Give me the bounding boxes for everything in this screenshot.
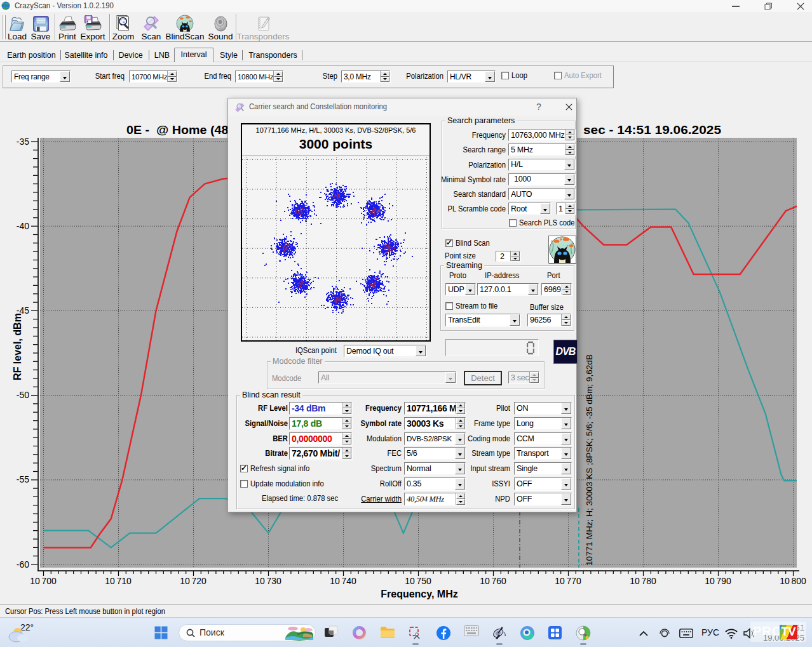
svg-text:0E - @ Home (48,4: 0E - @ Home (48,4 bbox=[126, 123, 239, 137]
svg-text:-40: -40 bbox=[17, 221, 29, 231]
svg-text:10 770: 10 770 bbox=[555, 576, 581, 586]
svg-text:Frequency, MHz: Frequency, MHz bbox=[381, 589, 458, 599]
svg-text:10 790: 10 790 bbox=[705, 576, 731, 586]
svg-text:22°: 22° bbox=[20, 622, 34, 632]
svg-text:-35: -35 bbox=[17, 137, 29, 147]
svg-text:10771 MHz; H; 30003 KS ;8PSK;: 10771 MHz; H; 30003 KS ;8PSK; 5/6; -35 d… bbox=[585, 354, 594, 566]
svg-text:10 710: 10 710 bbox=[105, 576, 132, 586]
svg-text:10 700: 10 700 bbox=[30, 576, 57, 586]
svg-text:sec - 14:51 19.06.2025: sec - 14:51 19.06.2025 bbox=[583, 123, 721, 137]
svg-text:10 780: 10 780 bbox=[630, 576, 656, 586]
svg-text:10 720: 10 720 bbox=[180, 576, 206, 586]
svg-text:-50: -50 bbox=[17, 390, 29, 400]
svg-text:-55: -55 bbox=[17, 474, 29, 484]
svg-text:10 800: 10 800 bbox=[780, 576, 806, 586]
svg-text:RF level, dBm: RF level, dBm bbox=[12, 313, 23, 380]
svg-text:10 760: 10 760 bbox=[480, 576, 506, 586]
svg-text:-60: -60 bbox=[17, 559, 29, 570]
svg-text:10 740: 10 740 bbox=[330, 576, 356, 586]
svg-text:10 750: 10 750 bbox=[405, 576, 431, 586]
svg-text:10 730: 10 730 bbox=[255, 576, 281, 586]
